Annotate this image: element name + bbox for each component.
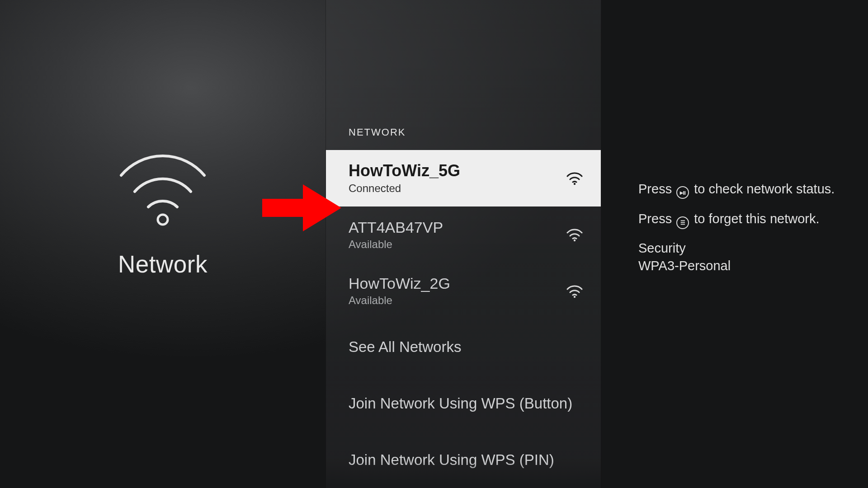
hint-forget-network: Press ☰ to forget this network.: [638, 211, 841, 229]
row-label: Join Network Using WPS (Button): [349, 395, 572, 412]
network-name: HowToWiz_5G: [349, 161, 558, 180]
network-list-pane: NETWORK HowToWiz_5G Connected ATT4AB47VP…: [326, 0, 601, 488]
page-title: Network: [118, 250, 208, 278]
network-name: HowToWiz_2G: [349, 275, 558, 292]
wifi-large-icon: [113, 147, 212, 229]
network-row[interactable]: ATT4AB47VP Available: [326, 206, 601, 263]
svg-point-0: [158, 215, 168, 225]
detail-pane: Press ▸ıı to check network status. Press…: [601, 0, 868, 488]
join-wps-pin[interactable]: Join Network Using WPS (PIN): [326, 432, 601, 488]
network-status: Available: [349, 238, 558, 251]
see-all-networks[interactable]: See All Networks: [326, 319, 601, 375]
network-row[interactable]: HowToWiz_2G Available: [326, 263, 601, 319]
row-label: See All Networks: [349, 338, 461, 356]
play-pause-icon: ▸ıı: [676, 186, 689, 199]
hint-check-status: Press ▸ıı to check network status.: [638, 181, 841, 199]
svg-point-1: [574, 183, 576, 185]
svg-point-3: [574, 296, 576, 297]
network-row-selected[interactable]: HowToWiz_5G Connected: [326, 150, 601, 206]
row-label: Join Network Using WPS (PIN): [349, 451, 554, 469]
section-header: NETWORK: [326, 0, 601, 150]
svg-point-2: [574, 239, 576, 241]
wifi-signal-icon: [566, 227, 584, 242]
security-value: WPA3-Personal: [638, 258, 841, 273]
hint-text: Press: [638, 211, 675, 226]
hint-text: to check network status.: [690, 182, 835, 196]
network-status: Available: [349, 294, 558, 307]
join-wps-button[interactable]: Join Network Using WPS (Button): [326, 375, 601, 432]
network-name: ATT4AB47VP: [349, 219, 558, 236]
wifi-signal-icon: [566, 284, 584, 298]
hint-text: Press: [638, 182, 675, 196]
wifi-signal-icon: [566, 171, 584, 185]
network-status: Connected: [349, 182, 558, 195]
hint-text: to forget this network.: [690, 211, 819, 226]
security-label: Security: [638, 241, 841, 256]
menu-icon: ☰: [676, 216, 689, 229]
left-pane: Network: [0, 0, 326, 488]
